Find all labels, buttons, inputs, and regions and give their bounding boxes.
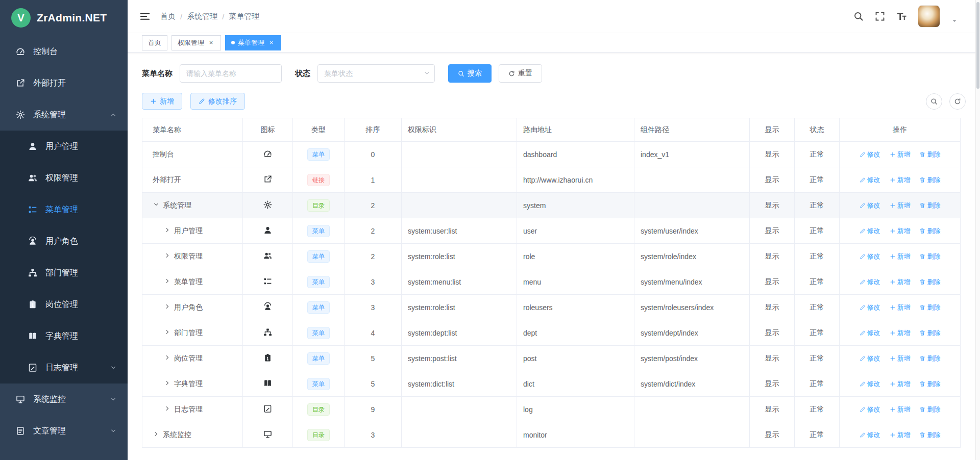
user-menu-caret-icon[interactable] <box>951 18 958 24</box>
sidebar-item[interactable]: 用户角色 <box>0 225 128 257</box>
sidebar-toggle-button[interactable] <box>140 11 150 21</box>
trash-icon <box>919 151 925 158</box>
edit-link[interactable]: 修改 <box>860 379 880 389</box>
breadcrumb-separator: / <box>222 12 224 21</box>
tab-close-icon[interactable]: × <box>267 39 275 46</box>
sidebar-item[interactable]: 部门管理 <box>0 257 128 289</box>
tree-toggle-icon[interactable] <box>153 431 160 437</box>
add-link[interactable]: 新增 <box>890 379 911 389</box>
breadcrumb-item[interactable]: 菜单管理 <box>229 12 259 21</box>
tree-toggle-icon[interactable] <box>164 354 171 361</box>
sidebar-item[interactable]: 日志管理 <box>0 352 128 384</box>
plus-icon <box>150 98 157 105</box>
tree-toggle-icon[interactable] <box>153 201 160 208</box>
edit-link[interactable]: 修改 <box>860 328 880 338</box>
delete-link[interactable]: 删除 <box>919 328 940 338</box>
breadcrumb-item[interactable]: 首页 <box>160 12 176 21</box>
sidebar-item[interactable]: 系统监控 <box>0 384 128 415</box>
add-link[interactable]: 新增 <box>890 277 911 287</box>
refresh-table-button[interactable] <box>949 93 966 110</box>
menu-name-input[interactable] <box>180 64 282 83</box>
edit-icon <box>860 202 866 209</box>
add-link[interactable]: 新增 <box>890 201 911 210</box>
tree-toggle-icon[interactable] <box>164 380 171 386</box>
delete-link[interactable]: 删除 <box>919 405 940 414</box>
sidebar-item[interactable]: 菜单管理 <box>0 194 128 225</box>
tree-toggle-icon[interactable] <box>164 303 171 310</box>
tree-toggle-icon[interactable] <box>164 278 171 284</box>
tree-toggle-icon[interactable] <box>164 252 171 259</box>
delete-link[interactable]: 删除 <box>919 201 940 210</box>
add-link[interactable]: 新增 <box>890 175 911 185</box>
delete-link[interactable]: 删除 <box>919 303 940 312</box>
add-link[interactable]: 新增 <box>890 303 911 312</box>
edit-link[interactable]: 修改 <box>860 354 880 363</box>
add-link[interactable]: 新增 <box>890 328 911 338</box>
edit-link[interactable]: 修改 <box>860 252 880 261</box>
edit-link[interactable]: 修改 <box>860 303 880 312</box>
edit-link[interactable]: 修改 <box>860 150 880 159</box>
page-scrollbar[interactable] <box>975 0 980 460</box>
delete-link[interactable]: 删除 <box>919 252 940 261</box>
font-size-icon[interactable] <box>896 11 906 21</box>
edit-link[interactable]: 修改 <box>860 277 880 287</box>
breadcrumb-item[interactable]: 系统管理 <box>187 12 217 21</box>
search-button[interactable]: 搜索 <box>448 64 492 83</box>
sort-value: 5 <box>345 346 402 371</box>
add-link[interactable]: 新增 <box>890 405 911 414</box>
status-select[interactable] <box>317 64 435 83</box>
menu-table: 菜单名称图标类型排序权限标识路由地址组件路径显示状态操作 控制台 菜单 0 da… <box>142 118 961 448</box>
tab[interactable]: 菜单管理 × <box>225 35 281 50</box>
edit-link[interactable]: 修改 <box>860 405 880 414</box>
sidebar-item[interactable]: 外部打开 <box>0 67 128 99</box>
tree-toggle-icon[interactable] <box>164 227 171 233</box>
type-badge: 链接 <box>307 174 330 186</box>
filter-form: 菜单名称 状态 搜索 重置 <box>142 64 966 83</box>
delete-link[interactable]: 删除 <box>919 150 940 159</box>
add-link[interactable]: 新增 <box>890 430 911 440</box>
delete-link[interactable]: 删除 <box>919 379 940 389</box>
monitor-icon <box>15 395 26 404</box>
sidebar-item[interactable]: 岗位管理 <box>0 289 128 320</box>
sidebar-item[interactable]: 用户管理 <box>0 131 128 162</box>
scrollbar-thumb[interactable] <box>976 2 979 89</box>
status-select-input[interactable] <box>317 64 435 83</box>
edit-link[interactable]: 修改 <box>860 430 880 440</box>
add-link[interactable]: 新增 <box>890 150 911 159</box>
add-link[interactable]: 新增 <box>890 354 911 363</box>
status-value: 正常 <box>795 397 840 422</box>
fullscreen-icon[interactable] <box>875 11 885 21</box>
edit-link[interactable]: 修改 <box>860 226 880 236</box>
sidebar-item[interactable]: 字典管理 <box>0 320 128 352</box>
page-content: 菜单名称 状态 搜索 重置 <box>128 53 980 460</box>
search-icon[interactable] <box>853 11 864 21</box>
reset-button[interactable]: 重置 <box>499 64 542 83</box>
user-avatar[interactable] <box>918 5 940 28</box>
delete-link[interactable]: 删除 <box>919 226 940 236</box>
tree-toggle-icon[interactable] <box>164 405 171 412</box>
edit-link[interactable]: 修改 <box>860 201 880 210</box>
user-role-icon <box>28 237 38 246</box>
add-button[interactable]: 新增 <box>142 93 182 110</box>
modify-sort-button[interactable]: 修改排序 <box>190 93 245 110</box>
edit-link[interactable]: 修改 <box>860 175 880 185</box>
sidebar-item[interactable]: 权限管理 <box>0 162 128 194</box>
delete-link[interactable]: 删除 <box>919 277 940 287</box>
component-value <box>634 167 750 193</box>
sidebar-item[interactable]: 系统管理 <box>0 99 128 131</box>
tab[interactable]: 权限管理 × <box>172 35 221 50</box>
show-search-button[interactable] <box>926 93 942 110</box>
delete-link[interactable]: 删除 <box>919 430 940 440</box>
tab-close-icon[interactable]: × <box>207 39 215 46</box>
add-link[interactable]: 新增 <box>890 226 911 236</box>
sidebar-item[interactable]: 文章管理 <box>0 415 128 447</box>
delete-link[interactable]: 删除 <box>919 354 940 363</box>
add-link[interactable]: 新增 <box>890 252 911 261</box>
tab[interactable]: 首页 <box>142 35 167 50</box>
visible-value: 显示 <box>750 371 795 397</box>
tree-toggle-icon[interactable] <box>164 329 171 335</box>
perm-value <box>402 167 517 193</box>
breadcrumb: 首页 / 系统管理 / 菜单管理 <box>160 12 259 21</box>
sidebar-item[interactable]: 控制台 <box>0 36 128 67</box>
delete-link[interactable]: 删除 <box>919 175 940 185</box>
